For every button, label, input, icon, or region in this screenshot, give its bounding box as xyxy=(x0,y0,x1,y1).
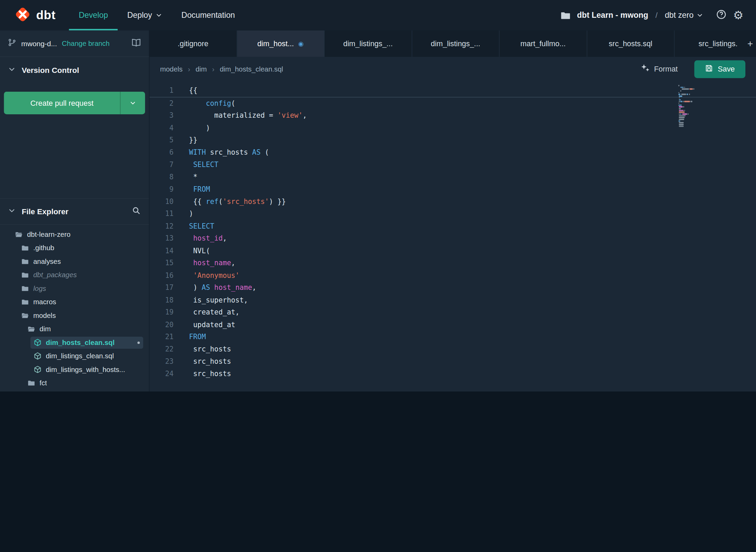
help-button[interactable] xyxy=(716,9,727,21)
code-text: host_id, xyxy=(189,232,227,245)
code-line[interactable]: 13 host_id, xyxy=(149,232,756,245)
code-line[interactable]: 6WITH src_hosts AS ( xyxy=(149,146,756,159)
code-line[interactable]: 18 is_superhost, xyxy=(149,294,756,306)
nav-item-develop[interactable]: Develop xyxy=(69,0,118,30)
pr-options-button[interactable] xyxy=(120,92,145,114)
code-line[interactable]: 12SELECT xyxy=(149,220,756,232)
code-line[interactable]: 15 host_name, xyxy=(149,257,756,269)
code-line[interactable]: 8 * xyxy=(149,171,756,183)
tree-item[interactable]: dbt-learn-zero xyxy=(0,228,149,241)
new-tab-button[interactable]: + xyxy=(744,30,756,57)
code-line[interactable]: 3 materialized = 'view', xyxy=(149,110,756,122)
file-search-button[interactable] xyxy=(132,206,141,217)
code-line[interactable]: 4 ) xyxy=(149,122,756,134)
format-button[interactable]: Format xyxy=(640,63,678,75)
code-line[interactable]: 9 FROM xyxy=(149,183,756,196)
docs-book-button[interactable] xyxy=(131,37,141,49)
folder-icon xyxy=(21,298,29,306)
code-line[interactable]: 11) xyxy=(149,208,756,220)
branch-name: mwong-d... xyxy=(21,39,57,48)
editor-tab[interactable]: dim_listings_... xyxy=(412,30,499,57)
line-number: 13 xyxy=(149,232,173,245)
code-line[interactable]: 21FROM xyxy=(149,331,756,343)
tree-item[interactable]: .github xyxy=(0,241,149,255)
breadcrumb-item[interactable]: dim_hosts_clean.sql xyxy=(220,65,283,73)
code-text: updated_at xyxy=(189,319,235,331)
environment-selector[interactable]: dbt zero xyxy=(665,11,703,20)
save-button[interactable]: Save xyxy=(694,60,745,78)
tree-item[interactable]: fct xyxy=(0,376,149,389)
tree-item[interactable]: models xyxy=(0,309,149,322)
editor-tab[interactable]: dim_listings_... xyxy=(325,30,412,57)
breadcrumb-item[interactable]: dim xyxy=(196,65,207,73)
breadcrumb-item[interactable]: models xyxy=(160,65,183,73)
nav-item-documentation[interactable]: Documentation xyxy=(172,0,245,30)
code-text: SELECT xyxy=(189,220,214,232)
tree-item[interactable]: mart xyxy=(0,390,149,391)
nav-item-deploy[interactable]: Deploy xyxy=(118,0,172,30)
search-icon xyxy=(132,206,141,217)
editor-tab[interactable]: .gitignore xyxy=(149,30,237,57)
minimap-line xyxy=(678,113,697,115)
settings-button[interactable]: ⚙ xyxy=(733,9,743,21)
code-line[interactable]: 24 src_hosts xyxy=(149,368,756,380)
line-number: 23 xyxy=(149,356,173,368)
tree-item[interactable]: dbt_packages xyxy=(0,268,149,282)
code-line[interactable]: 10 {{ ref('src_hosts') }} xyxy=(149,196,756,208)
tree-item[interactable]: dim_listings_with_hosts... xyxy=(0,363,149,376)
code-line[interactable]: 16 'Anonymous' xyxy=(149,269,756,282)
breadcrumb: models›dim›dim_hosts_clean.sql xyxy=(160,65,283,73)
code-line[interactable]: 7 SELECT xyxy=(149,159,756,171)
section-title: Version Control xyxy=(22,66,79,74)
code-line[interactable]: 23 src_hosts xyxy=(149,356,756,368)
line-number: 2 xyxy=(149,97,173,110)
folder-open-icon xyxy=(21,311,29,319)
code-line[interactable]: 20 updated_at xyxy=(149,319,756,331)
tree-item-label: models xyxy=(33,311,56,319)
dbt-logo[interactable]: dbt xyxy=(0,0,69,30)
minimap-line xyxy=(678,104,697,106)
file-explorer-header[interactable]: File Explorer xyxy=(0,198,149,225)
editor-minimap[interactable] xyxy=(678,85,697,128)
chevron-down-icon xyxy=(697,12,703,18)
tree-item-label: dim_hosts_clean.sql xyxy=(46,338,115,346)
code-line[interactable]: 5}} xyxy=(149,134,756,146)
editor-tab-label: src_hosts.sql xyxy=(609,39,652,48)
code-line[interactable]: 2 config( xyxy=(149,97,756,110)
editor-tab[interactable]: mart_fullmo... xyxy=(499,30,587,57)
dbt-logo-icon xyxy=(14,6,31,25)
editor-tab[interactable]: src_hosts.sql xyxy=(587,30,675,57)
tree-item[interactable]: dim xyxy=(0,322,149,336)
tree-item-inner: .github xyxy=(18,242,143,254)
editor-tab[interactable]: src_listings. xyxy=(675,30,744,57)
tree-item[interactable]: analyses xyxy=(0,255,149,268)
minimap-line xyxy=(678,124,697,125)
line-number: 8 xyxy=(149,171,173,183)
code-text: src_hosts xyxy=(189,356,231,368)
tree-item[interactable]: logs xyxy=(0,282,149,295)
editor-tab-label: dim_listings_... xyxy=(343,39,392,48)
code-line[interactable]: 17 ) AS host_name, xyxy=(149,282,756,294)
editor-tab-bar: .gitignoredim_host...◉dim_listings_...di… xyxy=(149,30,756,57)
line-number: 3 xyxy=(149,110,173,122)
code-editor[interactable]: 1{{2 config(3 materialized = 'view',4 )5… xyxy=(149,81,756,391)
minimap-line xyxy=(678,101,697,102)
tree-item[interactable]: dim_hosts_clean.sql xyxy=(0,336,149,349)
create-pull-request-button[interactable]: Create pull request xyxy=(4,92,120,114)
code-lines: 1{{2 config(3 materialized = 'view',4 )5… xyxy=(149,85,756,380)
tree-item[interactable]: dim_listings_clean.sql xyxy=(0,349,149,362)
minimap-line xyxy=(678,99,697,101)
file-tree: dbt-learn-zero.githubanalysesdbt_package… xyxy=(0,225,149,391)
code-line[interactable]: 14 NVL( xyxy=(149,245,756,257)
tree-item[interactable]: macros xyxy=(0,295,149,309)
code-line[interactable]: 1{{ xyxy=(149,85,756,97)
version-control-header[interactable]: Version Control xyxy=(0,57,149,84)
line-number: 11 xyxy=(149,208,173,220)
change-branch-link[interactable]: Change branch xyxy=(62,40,110,48)
editor-tab[interactable]: dim_host...◉ xyxy=(237,30,325,57)
code-line[interactable]: 22 src_hosts xyxy=(149,343,756,356)
code-text: src_hosts xyxy=(189,343,231,356)
tree-item-label: dbt-learn-zero xyxy=(27,231,70,239)
main-nav: Develop Deploy Documentation xyxy=(69,0,245,30)
code-line[interactable]: 19 created_at, xyxy=(149,306,756,319)
